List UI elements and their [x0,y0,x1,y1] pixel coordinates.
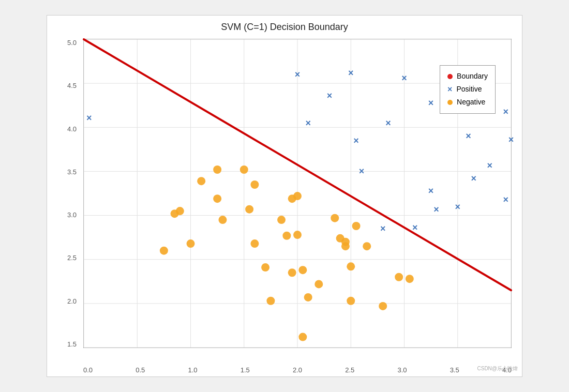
svg-point-39 [298,333,307,341]
svg-point-32 [277,216,286,224]
svg-text:×: × [508,134,514,145]
svg-text:×: × [503,194,508,205]
svg-point-40 [304,293,312,301]
legend: Boundary × Positive Negative [440,65,496,114]
svg-text:×: × [353,135,359,146]
svg-point-52 [406,275,414,283]
boundary-icon [447,74,453,79]
svg-point-37 [293,231,302,239]
x-axis-labels: 0.0 0.5 1.0 1.5 2.0 2.5 3.0 3.5 4.0 [83,364,512,374]
svg-text:×: × [412,222,418,233]
svg-point-42 [331,214,339,222]
svg-point-27 [245,205,253,214]
svg-text:×: × [428,98,434,108]
svg-point-30 [261,263,269,272]
svg-text:×: × [359,166,365,176]
legend-label-boundary: Boundary [457,70,488,83]
svg-text:×: × [385,118,391,128]
svg-text:×: × [471,173,476,184]
svg-text:×: × [327,91,333,101]
svg-point-33 [282,232,291,240]
svg-point-29 [250,239,259,248]
svg-point-21 [187,239,195,248]
svg-point-20 [176,207,184,215]
svg-point-24 [218,216,227,224]
watermark: CSDN@乐心唯煒 [477,365,518,372]
svg-point-25 [213,165,221,174]
legend-item-negative: Negative [447,96,488,109]
svg-text:×: × [455,202,460,212]
svg-point-47 [347,297,355,305]
legend-item-positive: × Positive [447,83,488,96]
positive-icon: × [447,85,452,94]
svg-text:×: × [503,107,508,117]
chart-title: SVM (C=1) Decision Boundary [47,16,522,33]
svg-point-34 [288,268,296,277]
svg-text:×: × [433,204,439,215]
svg-text:×: × [487,160,492,171]
svg-point-38 [298,266,307,274]
plot-area: ××××××××××××××××××××× Boundary × Positiv… [83,39,512,348]
svg-text:×: × [428,186,434,196]
svg-point-28 [250,180,259,189]
legend-label-positive: Positive [456,83,482,96]
svg-point-26 [240,165,248,174]
legend-label-negative: Negative [457,96,485,109]
negative-icon [447,100,453,105]
y-axis-labels: 5.0 4.5 4.0 3.5 3.0 2.5 2.0 1.5 [47,39,81,348]
svg-text:×: × [305,118,311,128]
chart-container: SVM (C=1) Decision Boundary 5.0 4.5 4.0 … [47,15,522,377]
svg-point-18 [160,247,168,255]
svg-text:×: × [401,73,407,83]
svg-point-49 [363,242,371,250]
svg-point-23 [213,194,221,203]
svg-point-22 [197,177,205,185]
svg-text:×: × [466,131,471,141]
svg-point-51 [395,273,403,281]
svg-point-46 [347,262,355,270]
svg-point-50 [379,302,387,310]
svg-point-41 [315,280,323,288]
svg-text:×: × [348,68,354,78]
svg-point-45 [341,242,350,250]
legend-item-boundary: Boundary [447,70,488,83]
svg-text:×: × [295,69,301,80]
svg-text:×: × [380,223,386,234]
svg-point-31 [266,297,275,305]
svg-point-36 [293,192,302,200]
svg-text:×: × [86,113,92,123]
svg-point-48 [352,222,361,230]
